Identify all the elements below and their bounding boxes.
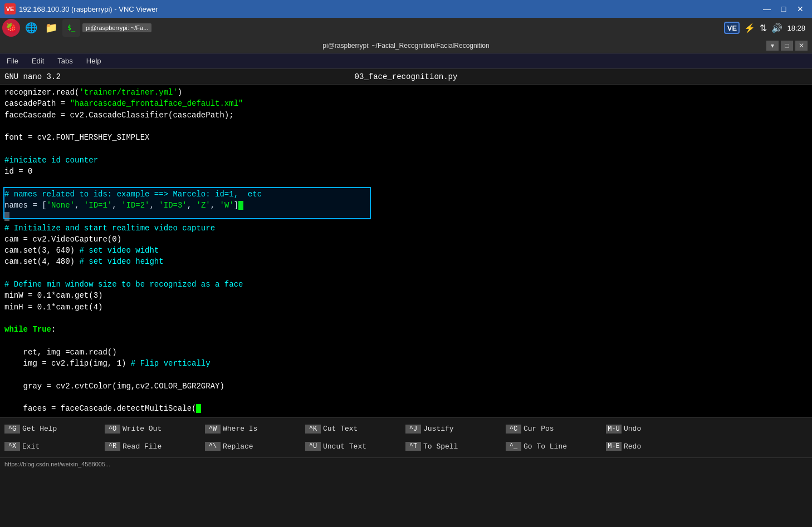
code-line-22: while True: [4,324,808,335]
terminal-header: pi@raspberrypi: ~/Facial_Recognition/Fac… [0,38,812,53]
code-editor[interactable]: recognizer.read('trainer/trainer.yml') c… [0,85,812,417]
nano-cmd-cur-pos: ^C Cur Pos [506,425,606,434]
url-text: https://blog.csdn.net/weixin_4588005... [4,461,110,467]
browser-icon[interactable]: 🌐 [22,19,40,37]
nano-cmd-uncut-text: ^U Uncut Text [305,442,405,451]
window-title: 192.168.100.30 (raspberrypi) - VNC Viewe… [19,5,760,13]
nano-cmd-where-is: ^W Where Is [205,425,305,434]
minimize-button[interactable]: — [760,3,774,15]
nano-cmd-redo: M-E Redo [606,442,706,451]
code-line-3: faceCascade = cv2.CascadeClassifier(casc… [4,110,808,121]
nano-cmd-exit: ^X Exit [4,442,105,451]
term-close-btn[interactable]: ✕ [795,41,808,51]
nano-cmd-replace: ^\ Replace [205,442,305,451]
network-icon: ⇅ [760,23,767,33]
code-line-5: font = cv2.FONT_HERSHEY_SIMPLEX [4,132,808,143]
menu-help[interactable]: Help [84,56,104,66]
title-bar: VE 192.168.100.30 (raspberrypi) - VNC Vi… [0,0,812,18]
nano-cmd-justify: ^J Justify [405,425,506,434]
code-line-2: cascadePath = "haarcascade_frontalface_d… [4,98,808,109]
nano-bottom-bar: ^G Get Help ^O Write Out ^W Where Is ^K … [0,417,812,457]
nano-cmd-write-out: ^O Write Out [105,425,205,434]
code-line-23 [4,336,808,347]
terminal-icon[interactable]: $_ [62,19,80,37]
nano-cmd-go-to-line: ^_ Go To Line [506,442,606,451]
menu-edit[interactable]: Edit [30,56,46,66]
terminal-controls: ▾ □ ✕ [766,41,808,51]
code-line-9 [4,177,808,188]
close-button[interactable]: ✕ [793,3,808,15]
code-line-10: # names related to ids: example ==> Marc… [4,189,808,200]
code-line-25: img = cv2.flip(img, 1) # Flip vertically [4,358,808,369]
code-line-27: gray = cv2.cvtColor(img,cv2.COLOR_BGR2GR… [4,381,808,392]
code-line-4 [4,121,808,132]
nano-version: GNU nano 3.2 [4,72,61,81]
nano-filename: 03_face_recognition.py [355,72,458,81]
code-line-19: minW = 0.1*cam.get(3) [4,290,808,301]
taskbar: 🍓 🌐 📁 $_ pi@raspberrypi: ~/Fa... VE ⚡ ⇅ … [0,18,812,38]
nano-cmd-to-spell: ^T To Spell [405,442,506,451]
code-line-6 [4,143,808,154]
taskbar-right: VE ⚡ ⇅ 🔊 18:28 [724,22,810,34]
code-line-7: #iniciate id counter [4,155,808,166]
term-dropdown-btn[interactable]: ▾ [766,41,779,51]
code-line-20: minH = 0.1*cam.get(4) [4,302,808,313]
nano-cmd-get-help: ^G Get Help [4,425,105,434]
code-line-1: recognizer.read('trainer/trainer.yml') [4,87,808,98]
code-line-26 [4,369,808,380]
code-line-16: cam.set(4, 480) # set video height [4,256,808,267]
term-maximize-btn[interactable]: □ [781,41,793,51]
nano-cmd-cut-text: ^K Cut Text [305,425,405,434]
menu-bar: File Edit Tabs Help [0,53,812,69]
menu-tabs[interactable]: Tabs [55,56,75,66]
code-line-8: id = 0 [4,166,808,177]
nano-commands-row2: ^X Exit ^R Read File ^\ Replace ^U Uncut… [0,442,812,451]
nano-cmd-undo: M-U Undo [606,425,706,434]
nano-cmd-read-file: ^R Read File [105,442,205,451]
ve-icon: VE [724,22,740,34]
vnc-icon: VE [4,3,16,14]
window-controls: — □ ✕ [760,3,808,15]
url-bar: https://blog.csdn.net/weixin_4588005... [0,457,812,470]
folder-icon[interactable]: 📁 [42,19,60,37]
pi-terminal-label[interactable]: pi@raspberrypi: ~/Fa... [82,23,151,32]
bluetooth-icon: ⚡ [744,23,755,33]
code-line-15: cam.set(3, 640) # set video widht [4,245,808,256]
maximize-button[interactable]: □ [776,3,791,15]
clock: 18:28 [787,24,805,32]
code-line-24: ret, img =cam.read() [4,347,808,358]
code-line-28 [4,392,808,403]
menu-file[interactable]: File [4,56,21,66]
code-line-18: # Define min window size to be recognize… [4,279,808,290]
volume-icon: 🔊 [771,23,782,33]
code-line-21 [4,313,808,324]
nano-status-bar: GNU nano 3.2 03_face_recognition.py [0,69,812,85]
terminal-title: pi@raspberrypi: ~/Facial_Recognition/Fac… [322,42,489,50]
code-line-11: names = ['None', 'ID=1', 'ID=2', 'ID=3',… [4,200,808,211]
code-line-17 [4,268,808,279]
code-line-14: cam = cv2.VideoCapture(0) [4,234,808,245]
code-line-29: faces = faceCascade.detectMultiScale( [4,403,808,414]
code-line-12 [4,211,808,222]
raspberry-icon[interactable]: 🍓 [2,19,20,37]
code-line-13: # Initialize and start realtime video ca… [4,223,808,234]
nano-commands-row1: ^G Get Help ^O Write Out ^W Where Is ^K … [0,425,812,434]
